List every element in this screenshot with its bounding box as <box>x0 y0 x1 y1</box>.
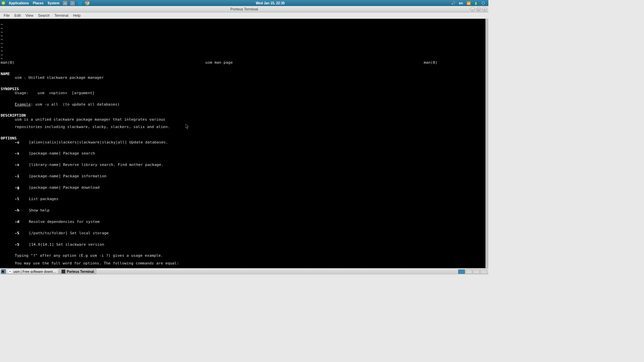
description-line: usm is a unified slackware package manag… <box>1 118 488 121</box>
menu-file[interactable]: File <box>1 13 12 18</box>
menu-search[interactable]: Search <box>36 13 52 18</box>
workspace-switcher-1[interactable] <box>458 269 465 274</box>
workspace-switcher-4[interactable] <box>480 269 487 274</box>
option-row: -g[package-name] Package download <box>1 186 488 189</box>
taskbar-item-terminal[interactable]: Porteus Terminal <box>59 269 96 274</box>
applications-menu[interactable]: Applications <box>7 1 31 5</box>
show-desktop-icon[interactable]: ▣ <box>1 269 6 274</box>
blank-line <box>1 216 3 220</box>
menu-terminal[interactable]: Terminal <box>52 13 71 18</box>
blank-line <box>1 159 3 163</box>
workspace-switcher-3[interactable] <box>473 269 480 274</box>
volume-icon[interactable]: 🔊 <box>450 0 456 6</box>
battery-icon[interactable]: ▮ <box>473 0 479 6</box>
option-row: -S[/path/to/folder] Set local storage <box>1 231 488 235</box>
chrome-icon <box>8 269 12 274</box>
synopsis-example: Example: usm -u all (to update all datab… <box>1 103 488 106</box>
workspace-switcher-2[interactable] <box>466 269 472 274</box>
panel-clock[interactable]: Wed Jan 15, 22:35 <box>256 1 285 5</box>
synopsis-usage: Usage: usm <option> [argument] <box>1 91 488 95</box>
shutdown-icon[interactable]: 🞅 <box>481 0 486 6</box>
keyboard-layout-indicator[interactable]: en <box>457 1 465 5</box>
blank-line <box>1 250 3 254</box>
file-manager-launcher-icon[interactable]: ▫ <box>70 0 75 6</box>
terminal-icon <box>61 269 65 274</box>
menu-view[interactable]: View <box>23 13 36 18</box>
window-title: Porteus Terminal <box>230 7 258 11</box>
name-line: usm - Unified slackware package manager <box>1 76 488 79</box>
minimize-button[interactable]: – <box>470 7 475 11</box>
option-row: -s[package-name] Package search <box>1 152 488 155</box>
bottom-panel: ▣ usm | Free software downl… Porteus Ter… <box>0 268 488 275</box>
option-row: -i[package-name] Package information <box>1 174 488 178</box>
taskbar-item-browser[interactable]: usm | Free software downl… <box>6 269 58 274</box>
network-icon[interactable]: 📶 <box>466 0 471 6</box>
svg-point-4 <box>9 271 11 272</box>
places-menu[interactable]: Places <box>31 1 46 5</box>
menubar: File Edit View Search Terminal Help <box>0 12 488 19</box>
section-name-heading: NAME <box>1 72 10 76</box>
top-panel: Applications Places System ▪ ▫ 🌐 Wed Jan… <box>0 0 488 6</box>
terminal-viewport[interactable]: ~ ~ ~ ~ ~ ~ ~ ~ ~ ~ man(8)usm man pagema… <box>0 19 488 268</box>
chrome-launcher-icon[interactable] <box>85 0 90 6</box>
blank-line <box>1 193 3 197</box>
blank-line <box>1 182 3 186</box>
menu-edit[interactable]: Edit <box>12 13 23 18</box>
maximize-button[interactable]: ▢ <box>476 7 481 11</box>
options-note: You may use the full word for options. T… <box>1 261 488 265</box>
option-row: -hShow help <box>1 208 488 212</box>
taskbar-item-label: Porteus Terminal <box>67 270 94 274</box>
blank-line <box>1 227 3 231</box>
blank-line <box>1 98 3 103</box>
blank-line <box>1 204 3 209</box>
option-row: -u[alien|salix|slackers|slackware|slacky… <box>1 140 488 144</box>
menu-help[interactable]: Help <box>71 13 83 18</box>
option-row: -s[library-name] Reverse library search.… <box>1 163 488 167</box>
description-line: repositories including slackware, slacky… <box>1 125 488 129</box>
web-launcher-icon[interactable]: 🌐 <box>77 0 83 6</box>
blank-line <box>1 147 3 152</box>
terminal-scrollbar[interactable] <box>485 19 488 268</box>
options-note: Typing "?" after any option (E.g usm -i … <box>1 254 488 257</box>
manpage-header: man(8)usm man pageman(8) <box>1 61 488 64</box>
blank-line <box>1 238 3 243</box>
option-row: -S[14.0|14.1] Set slackware version <box>1 243 488 246</box>
option-row: -lList packages <box>1 197 488 201</box>
taskbar-item-label: usm | Free software downl… <box>13 270 56 274</box>
window-titlebar[interactable]: Porteus Terminal – ▢ × <box>0 6 488 12</box>
terminal-launcher-icon[interactable]: ▪ <box>62 0 68 6</box>
section-options-heading: OPTIONS <box>1 136 17 140</box>
blank-line <box>1 170 3 175</box>
system-menu[interactable]: System <box>46 1 62 5</box>
distro-logo-icon[interactable] <box>1 1 5 5</box>
close-button[interactable]: × <box>482 7 487 11</box>
option-row: -dResolve dependencies for system <box>1 220 488 224</box>
